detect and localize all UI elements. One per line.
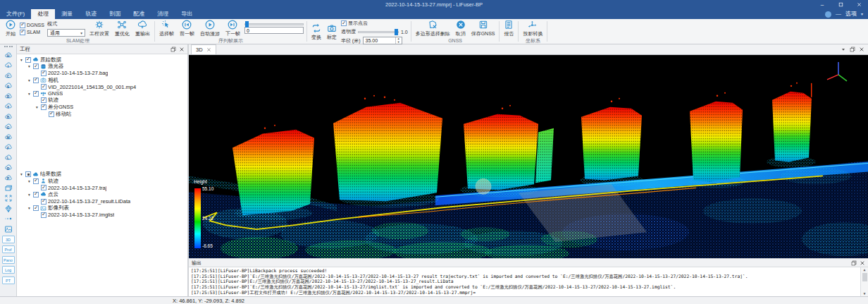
checkbox-icon[interactable] (41, 212, 46, 218)
account-icon[interactable] (825, 11, 831, 18)
tree-item[interactable]: 2022-10-14-15-13-27.traj (17, 185, 187, 192)
projection-convert-button[interactable]: 投影转换 (521, 20, 544, 37)
chevron-down-icon[interactable] (841, 47, 846, 52)
cloud-tool-S[interactable]: S (0, 81, 16, 92)
tree-item[interactable]: ▾相机 (17, 77, 187, 84)
stepper-arrows[interactable]: ▴▾ (395, 37, 402, 44)
show-pointcloud-checkbox[interactable]: 显示点云 (341, 20, 408, 27)
tab-3d-view[interactable]: 3D (191, 44, 216, 54)
select-frame-button[interactable]: 选择帧 (158, 20, 175, 37)
expander-icon[interactable]: ▾ (35, 105, 39, 109)
expander-icon[interactable]: ▾ (27, 78, 32, 83)
cloud-tool-H[interactable]: H (0, 50, 16, 61)
checkbox-icon[interactable] (49, 111, 54, 117)
view-log-button[interactable]: Log (0, 265, 16, 276)
calibrate-button[interactable]: 标定 (326, 23, 338, 41)
float-icon[interactable] (850, 47, 855, 52)
close-icon[interactable] (860, 260, 865, 266)
frame-slider[interactable] (244, 23, 304, 25)
view-pano-button[interactable]: Pano (0, 255, 16, 265)
transform-button[interactable]: 变换 (310, 23, 323, 41)
close-button[interactable] (850, 0, 868, 9)
prism-tool-icon[interactable] (0, 204, 16, 214)
cloud-tool-M[interactable]: M (0, 132, 16, 142)
close-icon[interactable] (859, 47, 864, 52)
expand-tool-icon[interactable] (0, 193, 16, 204)
cloud-tool-B[interactable]: B (0, 111, 16, 122)
save-gnss-button[interactable]: 保存GNSS (470, 20, 497, 37)
checkbox-icon[interactable] (41, 84, 46, 90)
float-icon[interactable] (851, 260, 857, 266)
tab-配准[interactable]: 配准 (127, 9, 151, 19)
slam-checkbox[interactable]: SLAM (20, 30, 44, 35)
tree-item[interactable]: VID_20221014_154135_00_001.mp4 (17, 83, 187, 90)
tab-导出[interactable]: 导出 (175, 9, 199, 19)
checkbox-icon[interactable] (33, 205, 39, 211)
checkbox-icon[interactable] (33, 63, 39, 69)
start-button[interactable]: 开始 (4, 20, 17, 37)
tree-item[interactable]: ▾原始数据 (17, 56, 187, 63)
mode-dropdown[interactable]: 通用▾ (47, 29, 85, 37)
view-3d-button[interactable]: 3D (0, 234, 16, 245)
checkbox-icon[interactable] (41, 71, 46, 76)
tab-轨迹[interactable]: 轨迹 (79, 9, 103, 19)
checkbox-icon[interactable] (41, 185, 46, 190)
checkbox-icon[interactable] (33, 178, 39, 184)
box-tool-icon[interactable] (0, 183, 16, 194)
cloud-tool-P[interactable]: P (0, 173, 16, 183)
expander-icon[interactable]: ▾ (27, 193, 32, 197)
checkbox-icon[interactable] (41, 97, 46, 103)
tab-清理[interactable]: 清理 (151, 9, 175, 19)
tree-item[interactable]: 2022-10-14-15-13-27.bag (17, 70, 187, 77)
cloud-tool-L[interactable]: L (0, 152, 16, 163)
options-menu[interactable]: 选项 (845, 9, 857, 19)
view-prof-button[interactable]: Prof (0, 245, 16, 255)
expander-icon[interactable]: ▾ (27, 92, 32, 96)
reexport-button[interactable]: 重输出 (134, 20, 151, 37)
cloud-tool-C[interactable]: C (0, 71, 16, 81)
tree-item[interactable]: 2022-10-14-15-13-27_result.LiData (17, 198, 187, 205)
output-log[interactable]: [17:25:51][LiFuser-BP]LiBackpack process… (189, 267, 868, 296)
scrollbar-thumb[interactable] (862, 273, 867, 281)
expander-icon[interactable]: ▾ (19, 58, 24, 62)
tree-item[interactable]: ▾差分GNSS (17, 104, 187, 111)
checkbox-icon[interactable] (41, 199, 46, 205)
cloud-tool-R[interactable]: R (0, 91, 16, 102)
checkbox-icon[interactable] (25, 171, 31, 177)
cancel-button[interactable]: 取消 (454, 20, 467, 37)
cloud-tool-T[interactable]: T (0, 102, 16, 112)
maximize-button[interactable] (831, 0, 850, 9)
opacity-slider[interactable] (358, 31, 399, 33)
dots-tool-icon[interactable] (0, 214, 16, 224)
scroll-down-icon[interactable]: ▼ (863, 291, 865, 296)
radius-stepper[interactable]: 35.00 ▴▾ (363, 37, 402, 44)
expander-icon[interactable]: ▾ (27, 179, 32, 183)
tree-item[interactable]: 2022-10-14-15-13-27.imglist (17, 212, 187, 219)
image-tool-icon[interactable] (0, 224, 16, 235)
checkbox-icon[interactable] (33, 192, 39, 197)
expander-icon[interactable]: ▾ (19, 172, 24, 176)
auto-roam-button[interactable]: 自动漫游 (199, 20, 221, 37)
close-icon[interactable] (179, 47, 185, 52)
vertical-scrollbar[interactable]: ▲ ▼ (860, 267, 868, 296)
checkbox-icon[interactable] (25, 57, 31, 63)
minimize-button[interactable]: – (813, 0, 831, 9)
frame-input[interactable] (244, 27, 304, 34)
reoptimize-button[interactable]: 重优化 (113, 20, 131, 37)
project-settings-button[interactable]: 工程设置 (88, 20, 111, 37)
checkbox-icon[interactable] (41, 104, 46, 110)
dgnss-checkbox[interactable]: DGNSS (20, 23, 44, 28)
close-icon[interactable] (206, 47, 211, 52)
report-button[interactable]: 报告 (502, 20, 515, 37)
expander-icon[interactable]: ▾ (27, 206, 32, 210)
slider-handle[interactable] (245, 21, 249, 28)
tree-item[interactable]: 移动站 (17, 111, 187, 118)
view-pt-button[interactable]: PT (0, 275, 16, 286)
expander-icon[interactable]: ▾ (27, 64, 32, 68)
tree-item[interactable]: ▾结果数据 (17, 171, 187, 178)
viewport-3d[interactable]: Height 55.10 24.22 -6.65 (189, 55, 868, 258)
polygon-delete-button[interactable]: 多边形选择删除 (414, 20, 452, 37)
checkbox-icon[interactable] (33, 91, 39, 97)
point-cloud-view[interactable] (189, 55, 868, 258)
collapse-ribbon-icon[interactable]: — (836, 9, 841, 19)
